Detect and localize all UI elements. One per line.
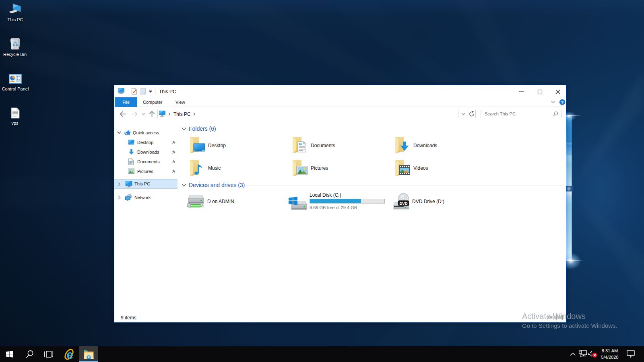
svg-text:e: e <box>66 348 73 360</box>
svg-text:?: ? <box>561 100 564 105</box>
svg-text:DVD: DVD <box>399 201 407 206</box>
